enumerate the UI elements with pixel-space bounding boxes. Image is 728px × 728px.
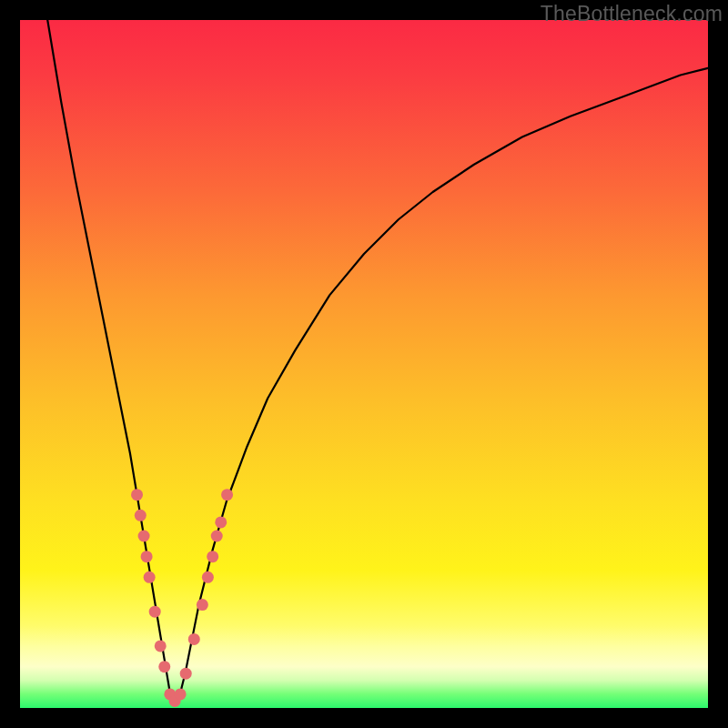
marker-dot xyxy=(221,489,233,500)
chart-svg xyxy=(20,20,708,708)
marker-dot xyxy=(202,571,214,583)
marker-dot xyxy=(207,551,218,562)
series-bottleneck-curve xyxy=(47,20,708,701)
chart-frame: TheBottleneck.com xyxy=(0,0,728,728)
marker-dot xyxy=(155,640,167,652)
marker-dot xyxy=(158,661,170,672)
marker-dot xyxy=(211,531,223,542)
marker-dot xyxy=(144,571,156,583)
plot-area xyxy=(20,20,708,708)
watermark-text: TheBottleneck.com xyxy=(541,2,723,26)
marker-dot xyxy=(175,688,187,700)
curve-layer xyxy=(47,20,708,701)
marker-dot xyxy=(188,633,200,645)
marker-dot xyxy=(149,606,161,618)
marker-dot xyxy=(197,599,208,611)
marker-dot xyxy=(141,551,153,562)
marker-dot xyxy=(135,510,147,521)
marker-dot xyxy=(180,668,192,680)
marker-dot xyxy=(131,489,143,500)
marker-dot xyxy=(215,516,227,528)
marker-dot xyxy=(138,531,150,542)
marker-layer xyxy=(131,489,233,707)
